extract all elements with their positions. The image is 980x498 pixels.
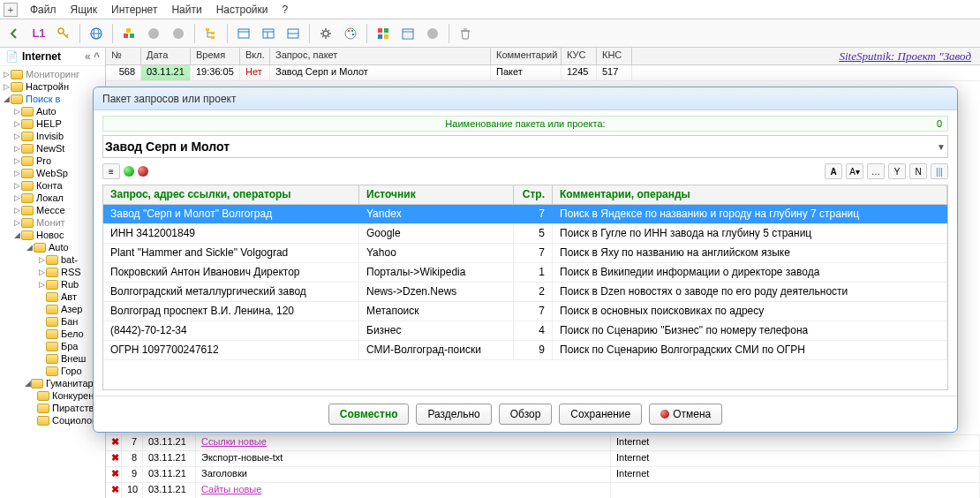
col-comment[interactable]: Комментарий	[491, 48, 562, 64]
sphere-gray-icon[interactable]	[143, 23, 164, 44]
menu-item[interactable]: Ящик	[64, 2, 105, 18]
qcol-source[interactable]: Источник	[359, 185, 514, 204]
window2-icon[interactable]	[258, 23, 279, 44]
tree-item[interactable]: Горо	[0, 365, 105, 377]
font-aa-icon[interactable]: A▾	[846, 163, 863, 179]
gear-icon[interactable]	[315, 23, 336, 44]
dropdown-icon[interactable]: ▼	[937, 142, 946, 152]
tree-item[interactable]: ▷Auto	[0, 105, 105, 117]
window-icon[interactable]	[233, 23, 254, 44]
top-grid-row[interactable]: 568 03.11.21 19:36:05 Нет Завод Серп и М…	[106, 65, 980, 81]
col-n[interactable]: №	[106, 48, 141, 64]
browse-button[interactable]: Обзор	[499, 404, 553, 425]
tree-item[interactable]: Социология	[0, 414, 105, 426]
tree-item[interactable]: ◢Поиск в	[0, 93, 105, 105]
tree-item[interactable]: ◢Гуманитарное	[0, 377, 105, 389]
query-row[interactable]: Plant "Hammer and Sickle" VolgogradYahoo…	[103, 244, 947, 263]
package-name-input[interactable]: Завод Серп и Молот ▼	[102, 135, 948, 158]
menu-item[interactable]: ?	[275, 2, 295, 18]
bottom-row[interactable]: ✖903.11.21ЗаголовкиInternet	[106, 466, 980, 482]
tree-item[interactable]: ▷Мониторинг	[0, 68, 105, 80]
separate-button[interactable]: Раздельно	[416, 404, 491, 425]
bottom-row[interactable]: ✖803.11.21Экспорт-новые-txtInternet	[106, 450, 980, 466]
tree-item[interactable]: ▷Конта	[0, 179, 105, 192]
keys-icon[interactable]	[53, 23, 74, 44]
tree-item[interactable]: Бело	[0, 328, 105, 340]
dialog-titlebar[interactable]: Пакет запросов или проект	[94, 87, 957, 110]
col-date[interactable]: Дата	[141, 48, 191, 64]
new-tab-button[interactable]: +	[4, 3, 18, 17]
tree-item[interactable]: ▷Мессе	[0, 204, 105, 216]
cancel-button[interactable]: Отмена	[649, 404, 722, 425]
l1-icon[interactable]: L1	[28, 23, 49, 44]
tree-item[interactable]: Авт	[0, 290, 105, 303]
query-row[interactable]: Волгоградский металлургический заводNews…	[103, 283, 947, 302]
bottom-row[interactable]: ✖703.11.21Ссылки новыеInternet	[106, 434, 980, 450]
tree-item[interactable]: ▷NewSt	[0, 142, 105, 155]
qcol-comment[interactable]: Комментарии, операнды	[553, 185, 947, 204]
tree-item[interactable]: ▷RSS	[0, 266, 105, 278]
status-red-icon[interactable]	[138, 166, 148, 177]
menu-item[interactable]: Найти	[164, 2, 208, 18]
query-row[interactable]: Волгоград проспект В.И. Ленина, 120Метап…	[103, 302, 947, 321]
tree-item[interactable]: Бра	[0, 340, 105, 352]
window3-icon[interactable]	[283, 23, 304, 44]
tree-item[interactable]: ▷Pro	[0, 155, 105, 167]
query-row[interactable]: Завод "Серп и Молот" ВолгоградYandex7Пои…	[103, 205, 947, 224]
tree-item[interactable]: ▷Invisib	[0, 130, 105, 142]
menu-item[interactable]: Интернет	[104, 2, 164, 18]
col-time[interactable]: Время	[191, 48, 240, 64]
tree-item[interactable]: ▷bat-	[0, 253, 105, 266]
trash-icon[interactable]	[455, 23, 476, 44]
sphere-gray2-icon[interactable]	[168, 23, 189, 44]
tree-item[interactable]: ▷HELP	[0, 117, 105, 130]
tree-item[interactable]: ▷Монит	[0, 216, 105, 229]
svg-point-33	[427, 28, 438, 39]
tree-item[interactable]: ▷WebSp	[0, 167, 105, 179]
qcol-pages[interactable]: Стр.	[514, 185, 553, 204]
back-icon[interactable]	[4, 23, 25, 44]
menu-item[interactable]: Файл	[23, 2, 64, 18]
list-icon[interactable]: ≡	[102, 163, 120, 179]
tree-item[interactable]: ◢Новос	[0, 229, 105, 241]
sidebar-header[interactable]: 📄 Internet « ^	[0, 48, 105, 66]
col-kus[interactable]: КУС	[562, 48, 597, 64]
bottom-row[interactable]: ✖1003.11.21Сайты новые	[106, 482, 980, 498]
ellipsis-icon[interactable]: …	[867, 163, 885, 179]
col-kns[interactable]: КНС	[597, 48, 632, 64]
menu-item[interactable]: Настройки	[209, 2, 275, 18]
tree-item[interactable]: Внеш	[0, 352, 105, 365]
tree-icon[interactable]	[200, 23, 222, 44]
sphere-gray3-icon[interactable]	[422, 23, 443, 44]
columns-icon[interactable]: |||	[931, 163, 948, 179]
grid-icon[interactable]	[373, 23, 394, 44]
query-row[interactable]: Покровский Антон Иванович ДиректорПортал…	[103, 263, 947, 283]
query-row[interactable]: (8442)-70-12-34Бизнес4Поиск по Сценарию …	[103, 321, 947, 341]
y-icon[interactable]: Y	[888, 163, 906, 179]
query-row[interactable]: ОГРН 1097700247612СМИ-Волгоград-поиски9П…	[103, 341, 947, 360]
save-button[interactable]: Сохранение	[559, 404, 642, 425]
banner-link[interactable]: SiteSputnik: Проект "Завод	[839, 49, 971, 64]
tree-item[interactable]: Конкурентная разведка	[0, 389, 105, 402]
tree-item[interactable]: ▷Локал	[0, 192, 105, 204]
status-green-icon[interactable]	[124, 166, 134, 177]
query-row[interactable]: ИНН 3412001849Google5Поиск в Гугле по ИН…	[103, 224, 947, 244]
cubes-icon[interactable]	[118, 23, 139, 44]
tree-item[interactable]: ▷Настройн	[0, 80, 105, 93]
col-on[interactable]: Вкл.	[240, 48, 270, 64]
tree-item[interactable]: ▷Rub	[0, 278, 105, 290]
tree-item[interactable]: Пиратство в сфере ПО	[0, 402, 105, 414]
col-query[interactable]: Запрос, пакет	[270, 48, 491, 64]
font-a-icon[interactable]: A	[825, 163, 842, 179]
globe-icon[interactable]	[86, 23, 107, 44]
sidebar-collapse-icon[interactable]: « ^	[85, 50, 100, 63]
palette-icon[interactable]	[340, 23, 361, 44]
dialog-buttons: Совместно Раздельно Обзор Сохранение Отм…	[94, 396, 957, 432]
calendar-icon[interactable]	[397, 23, 418, 44]
tree-item[interactable]: Азер	[0, 303, 105, 315]
tree-item[interactable]: ◢Auto	[0, 241, 105, 253]
qcol-query[interactable]: Запрос, адрес ссылки, операторы	[103, 185, 359, 204]
joint-button[interactable]: Совместно	[328, 404, 410, 425]
tree-item[interactable]: Бан	[0, 315, 105, 328]
n-icon[interactable]: N	[909, 163, 927, 179]
